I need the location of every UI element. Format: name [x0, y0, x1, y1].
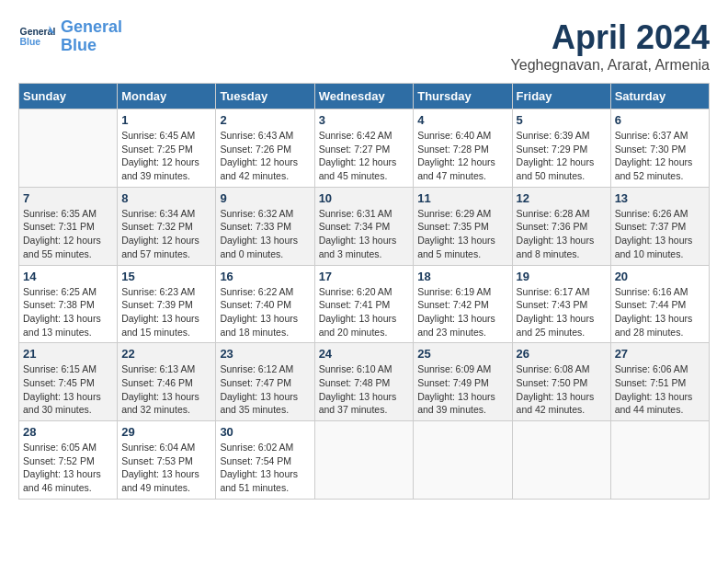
calendar-cell: [314, 421, 414, 500]
day-number: 2: [220, 113, 310, 127]
calendar-week-row: 28Sunrise: 6:05 AMSunset: 7:52 PMDayligh…: [19, 421, 710, 500]
day-info: Sunrise: 6:42 AMSunset: 7:27 PMDaylight:…: [319, 129, 410, 183]
day-info: Sunrise: 6:25 AMSunset: 7:38 PMDaylight:…: [23, 285, 113, 339]
day-info: Sunrise: 6:26 AMSunset: 7:37 PMDaylight:…: [615, 207, 705, 261]
calendar-week-row: 14Sunrise: 6:25 AMSunset: 7:38 PMDayligh…: [19, 265, 710, 343]
calendar-cell: 6Sunrise: 6:37 AMSunset: 7:30 PMDaylight…: [610, 109, 709, 188]
calendar-cell: 4Sunrise: 6:40 AMSunset: 7:28 PMDaylight…: [414, 109, 512, 188]
day-number: 28: [23, 425, 113, 439]
day-number: 7: [23, 191, 113, 205]
title-area: April 2024 Yeghegnavan, Ararat, Armenia: [511, 18, 710, 74]
day-number: 19: [517, 270, 607, 283]
calendar-cell: 9Sunrise: 6:32 AMSunset: 7:33 PMDaylight…: [216, 187, 314, 265]
day-info: Sunrise: 6:06 AMSunset: 7:51 PMDaylight:…: [615, 362, 705, 417]
day-number: 15: [121, 270, 211, 283]
weekday-header: Sunday: [19, 84, 118, 109]
logo-text: GeneralBlue: [61, 18, 122, 55]
day-info: Sunrise: 6:29 AMSunset: 7:35 PMDaylight:…: [417, 207, 507, 261]
day-number: 22: [121, 347, 211, 361]
calendar-cell: [610, 421, 709, 500]
day-info: Sunrise: 6:45 AMSunset: 7:25 PMDaylight:…: [121, 129, 211, 183]
day-number: 24: [319, 347, 410, 361]
day-number: 6: [615, 113, 705, 127]
day-info: Sunrise: 6:23 AMSunset: 7:39 PMDaylight:…: [121, 285, 211, 339]
day-info: Sunrise: 6:10 AMSunset: 7:48 PMDaylight:…: [319, 362, 410, 417]
calendar-week-row: 7Sunrise: 6:35 AMSunset: 7:31 PMDaylight…: [19, 187, 710, 265]
day-info: Sunrise: 6:19 AMSunset: 7:42 PMDaylight:…: [417, 285, 507, 339]
day-info: Sunrise: 6:05 AMSunset: 7:52 PMDaylight:…: [23, 441, 113, 495]
calendar-cell: [512, 421, 610, 500]
calendar-cell: 29Sunrise: 6:04 AMSunset: 7:53 PMDayligh…: [118, 421, 216, 500]
day-number: 8: [121, 191, 211, 205]
calendar-cell: 10Sunrise: 6:31 AMSunset: 7:34 PMDayligh…: [314, 187, 414, 265]
day-number: 29: [121, 425, 211, 439]
day-info: Sunrise: 6:37 AMSunset: 7:30 PMDaylight:…: [615, 129, 705, 183]
calendar-cell: 23Sunrise: 6:12 AMSunset: 7:47 PMDayligh…: [216, 343, 314, 421]
day-info: Sunrise: 6:13 AMSunset: 7:46 PMDaylight:…: [121, 362, 211, 417]
day-info: Sunrise: 6:39 AMSunset: 7:29 PMDaylight:…: [517, 129, 607, 183]
calendar-cell: 18Sunrise: 6:19 AMSunset: 7:42 PMDayligh…: [414, 265, 512, 343]
calendar-cell: 7Sunrise: 6:35 AMSunset: 7:31 PMDaylight…: [19, 187, 118, 265]
weekday-header: Friday: [512, 84, 610, 109]
weekday-header: Saturday: [610, 84, 709, 109]
calendar-cell: 30Sunrise: 6:02 AMSunset: 7:54 PMDayligh…: [216, 421, 314, 500]
page-header: General Blue GeneralBlue April 2024 Yegh…: [18, 18, 710, 74]
calendar-week-row: 1Sunrise: 6:45 AMSunset: 7:25 PMDaylight…: [19, 109, 710, 188]
calendar-cell: 14Sunrise: 6:25 AMSunset: 7:38 PMDayligh…: [19, 265, 118, 343]
calendar-cell: 26Sunrise: 6:08 AMSunset: 7:50 PMDayligh…: [512, 343, 610, 421]
calendar-cell: 24Sunrise: 6:10 AMSunset: 7:48 PMDayligh…: [314, 343, 414, 421]
weekday-row: SundayMondayTuesdayWednesdayThursdayFrid…: [19, 84, 710, 109]
logo-icon: General Blue: [18, 18, 55, 55]
calendar-cell: 3Sunrise: 6:42 AMSunset: 7:27 PMDaylight…: [314, 109, 414, 188]
day-number: 1: [121, 113, 211, 127]
day-number: 4: [417, 113, 507, 127]
day-number: 13: [615, 191, 705, 205]
day-number: 12: [517, 191, 607, 205]
weekday-header: Tuesday: [216, 84, 314, 109]
day-number: 17: [319, 270, 410, 283]
day-info: Sunrise: 6:43 AMSunset: 7:26 PMDaylight:…: [220, 129, 310, 183]
day-info: Sunrise: 6:35 AMSunset: 7:31 PMDaylight:…: [23, 207, 113, 261]
weekday-header: Thursday: [414, 84, 512, 109]
calendar-table: SundayMondayTuesdayWednesdayThursdayFrid…: [18, 83, 710, 500]
day-info: Sunrise: 6:16 AMSunset: 7:44 PMDaylight:…: [615, 285, 705, 339]
day-number: 14: [23, 270, 113, 283]
calendar-cell: 28Sunrise: 6:05 AMSunset: 7:52 PMDayligh…: [19, 421, 118, 500]
location-subtitle: Yeghegnavan, Ararat, Armenia: [511, 57, 710, 74]
weekday-header: Wednesday: [314, 84, 414, 109]
calendar-cell: 1Sunrise: 6:45 AMSunset: 7:25 PMDaylight…: [118, 109, 216, 188]
calendar-cell: 2Sunrise: 6:43 AMSunset: 7:26 PMDaylight…: [216, 109, 314, 188]
day-info: Sunrise: 6:15 AMSunset: 7:45 PMDaylight:…: [23, 362, 113, 417]
day-number: 27: [615, 347, 705, 361]
day-info: Sunrise: 6:20 AMSunset: 7:41 PMDaylight:…: [319, 285, 410, 339]
calendar-cell: 8Sunrise: 6:34 AMSunset: 7:32 PMDaylight…: [118, 187, 216, 265]
day-number: 23: [220, 347, 310, 361]
calendar-body: 1Sunrise: 6:45 AMSunset: 7:25 PMDaylight…: [19, 109, 710, 500]
calendar-cell: 16Sunrise: 6:22 AMSunset: 7:40 PMDayligh…: [216, 265, 314, 343]
calendar-cell: 22Sunrise: 6:13 AMSunset: 7:46 PMDayligh…: [118, 343, 216, 421]
day-number: 9: [220, 191, 310, 205]
calendar-cell: 19Sunrise: 6:17 AMSunset: 7:43 PMDayligh…: [512, 265, 610, 343]
day-info: Sunrise: 6:34 AMSunset: 7:32 PMDaylight:…: [121, 207, 211, 261]
day-number: 25: [417, 347, 507, 361]
day-number: 10: [319, 191, 410, 205]
calendar-week-row: 21Sunrise: 6:15 AMSunset: 7:45 PMDayligh…: [19, 343, 710, 421]
day-info: Sunrise: 6:04 AMSunset: 7:53 PMDaylight:…: [121, 441, 211, 495]
calendar-cell: 20Sunrise: 6:16 AMSunset: 7:44 PMDayligh…: [610, 265, 709, 343]
calendar-cell: 15Sunrise: 6:23 AMSunset: 7:39 PMDayligh…: [118, 265, 216, 343]
day-info: Sunrise: 6:28 AMSunset: 7:36 PMDaylight:…: [517, 207, 607, 261]
day-info: Sunrise: 6:12 AMSunset: 7:47 PMDaylight:…: [220, 362, 310, 417]
logo: General Blue GeneralBlue: [18, 18, 122, 55]
calendar-cell: 12Sunrise: 6:28 AMSunset: 7:36 PMDayligh…: [512, 187, 610, 265]
day-number: 30: [220, 425, 310, 439]
day-number: 26: [517, 347, 607, 361]
calendar-cell: 5Sunrise: 6:39 AMSunset: 7:29 PMDaylight…: [512, 109, 610, 188]
calendar-cell: 13Sunrise: 6:26 AMSunset: 7:37 PMDayligh…: [610, 187, 709, 265]
day-number: 5: [517, 113, 607, 127]
day-info: Sunrise: 6:32 AMSunset: 7:33 PMDaylight:…: [220, 207, 310, 261]
day-info: Sunrise: 6:40 AMSunset: 7:28 PMDaylight:…: [417, 129, 507, 183]
day-info: Sunrise: 6:08 AMSunset: 7:50 PMDaylight:…: [517, 362, 607, 417]
weekday-header: Monday: [118, 84, 216, 109]
day-info: Sunrise: 6:22 AMSunset: 7:40 PMDaylight:…: [220, 285, 310, 339]
day-info: Sunrise: 6:31 AMSunset: 7:34 PMDaylight:…: [319, 207, 410, 261]
